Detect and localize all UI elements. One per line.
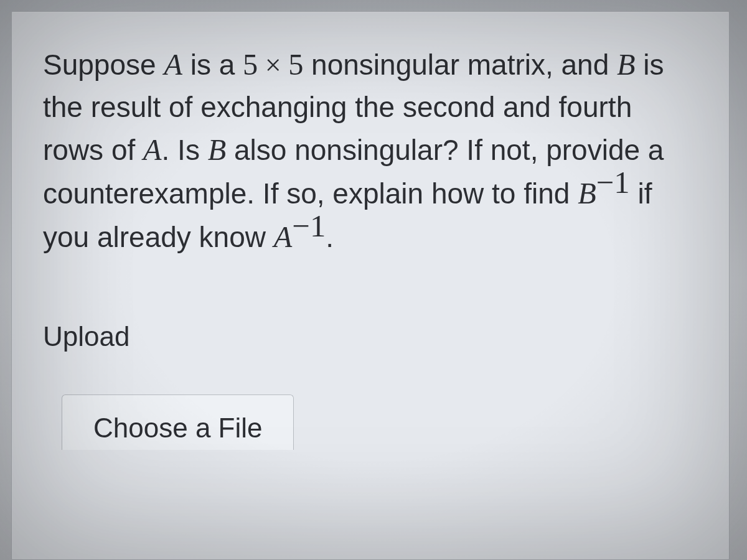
math-num: 5: [243, 48, 258, 81]
math-var-A-inv: A−1: [274, 220, 326, 253]
math-num: 5: [288, 48, 303, 81]
math-var-B-inv: B−1: [578, 177, 629, 210]
question-text: Suppose A is a 5 × 5 nonsingular matrix,…: [43, 43, 693, 259]
times-symbol: ×: [258, 49, 288, 81]
math-var-B: B: [208, 133, 227, 166]
math-var-A: A: [143, 133, 162, 166]
text-fragment: . Is: [162, 134, 208, 166]
math-var-B: B: [617, 48, 636, 81]
question-card: Suppose A is a 5 × 5 nonsingular matrix,…: [11, 11, 730, 560]
text-fragment: Suppose: [43, 49, 164, 81]
math-var-A: A: [164, 48, 182, 81]
choose-file-button[interactable]: Choose a File: [62, 394, 294, 450]
upload-label: Upload: [43, 321, 693, 352]
text-fragment: .: [326, 221, 334, 253]
text-fragment: is a: [182, 49, 243, 81]
text-fragment: nonsingular matrix, and: [303, 49, 617, 81]
